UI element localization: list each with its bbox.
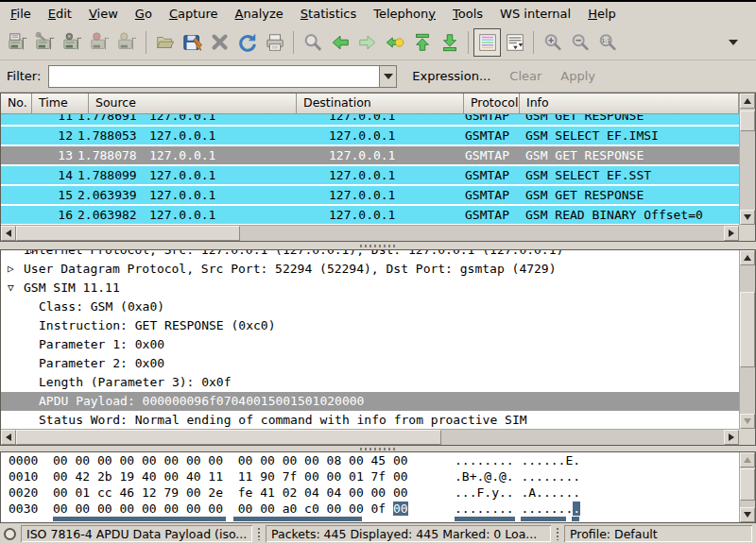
scroll-left-button[interactable] [1,430,16,445]
packet-row-11-clipped[interactable]: 11 1.778691 127.0.0.1 127.0.0.1 GSMTAP G… [1,114,739,125]
scroll-down-button[interactable] [740,507,755,522]
capture-stop-button[interactable] [86,28,113,57]
scroll-thumb[interactable] [16,226,240,241]
tree-item-parameter-2[interactable]: Parameter 2: 0x00 [1,354,739,373]
expression-button[interactable]: Expression... [408,66,494,86]
menu-edit[interactable]: Edit [40,5,80,23]
tree-item-udp[interactable]: ▷User Datagram Protocol, Src Port: 52294… [1,260,739,279]
menu-analyze[interactable]: Analyze [227,5,292,23]
tree-item-gsm-sim[interactable]: ▽GSM SIM 11.11 [1,279,739,298]
go-to-top-button[interactable] [408,28,436,57]
column-header-source[interactable]: Source [89,94,297,114]
packet-row-13-selected[interactable]: 13 1.788078 127.0.0.1 127.0.0.1 GSMTAP G… [1,146,739,164]
expander-icon[interactable]: ▷ [8,260,21,279]
column-header-info[interactable]: Info [520,94,739,114]
hex-vscrollbar[interactable] [739,452,755,522]
tree-item-length[interactable]: Length (Parameter 3): 0x0f [1,373,739,392]
scroll-up-button[interactable] [740,250,755,265]
zoom-normal-button[interactable]: 1:1 [593,28,621,57]
reload-button[interactable] [233,28,261,57]
pane-splitter[interactable] [0,242,756,249]
scroll-down-button[interactable] [740,414,755,429]
menu-telephony[interactable]: Telephony [365,5,444,23]
cell-info: GSM GET RESPONSE [525,146,644,164]
menu-help[interactable]: Help [579,5,625,23]
menu-capture[interactable]: Capture [161,5,227,23]
arrow-up-icon [744,255,751,261]
scroll-thumb[interactable] [740,292,755,367]
scroll-right-button[interactable] [724,430,739,445]
column-header-protocol[interactable]: Protocol [464,94,520,114]
go-forward-button[interactable] [353,28,381,57]
scroll-thumb[interactable] [740,110,755,131]
scroll-up-button[interactable] [740,452,755,468]
toolbar-overflow-button[interactable] [719,28,747,57]
tree-item-class[interactable]: Class: GSM (0xa0) [1,298,739,316]
close-file-button[interactable] [206,28,233,57]
packet-list-hscrollbar[interactable] [1,225,739,241]
menu-view[interactable]: View [80,5,127,23]
print-button[interactable] [261,28,288,57]
hex-row-0020[interactable]: 0020 00 01 cc 46 12 79 00 2e fe 41 02 04… [1,484,739,501]
column-header-destination[interactable]: Destination [297,94,464,114]
expander-icon[interactable]: ▷ [30,250,43,260]
cell-protocol: GSMTAP [465,146,509,164]
status-profile: Profile: Default [564,525,752,542]
hex-offset: 0000 [9,452,38,468]
find-packet-button[interactable] [299,28,326,57]
scroll-left-button[interactable] [1,226,16,241]
capture-restart-icon [117,32,138,53]
menu-statistics[interactable]: Statistics [292,5,365,23]
packet-row-15[interactable]: 15 2.063939 127.0.0.1 127.0.0.1 GSMTAP G… [1,186,739,204]
go-to-bottom-button[interactable] [436,28,463,57]
hex-field-highlight [233,517,362,521]
list-interfaces-button[interactable] [4,28,31,57]
auto-scroll-button[interactable] [501,28,528,57]
menu-ws-internal[interactable]: WS internal [491,5,579,23]
scroll-up-button[interactable] [740,94,755,109]
capture-options-button[interactable] [31,28,59,57]
hex-row-0000[interactable]: 0000 00 00 00 00 00 00 00 00 00 00 00 00… [1,452,739,468]
hex-row-0010[interactable]: 0010 00 42 2b 19 40 00 40 11 11 90 7f 00… [1,468,739,484]
go-to-packet-button[interactable] [381,28,408,57]
zoom-in-button[interactable] [539,28,566,57]
scroll-down-button[interactable] [740,210,755,225]
packet-list-vscrollbar[interactable] [739,94,755,225]
apply-button[interactable]: Apply [557,66,599,86]
expert-info-icon[interactable] [4,528,16,540]
tree-item-status-word[interactable]: Status Word: Normal ending of command wi… [1,411,739,429]
clear-button[interactable]: Clear [506,66,545,86]
tree-item-parameter-1[interactable]: Parameter 1: 0x00 [1,335,739,354]
colorize-button[interactable] [473,28,501,57]
column-header-no[interactable]: No. [1,94,32,114]
filter-input[interactable] [48,65,379,88]
tree-item-instruction[interactable]: Instruction: GET RESPONSE (0xc0) [1,316,739,335]
scroll-right-button[interactable] [724,226,739,241]
packet-row-12[interactable]: 12 1.788053 127.0.0.1 127.0.0.1 GSMTAP G… [1,127,739,144]
filter-dropdown-button[interactable] [379,65,397,88]
tree-item-apdu-payload-selected[interactable]: APDU Payload: 000000096f0704001500150102… [1,392,739,411]
packet-row-14[interactable]: 14 1.788099 127.0.0.1 127.0.0.1 GSMTAP G… [1,166,739,184]
tree-item-ip-clipped[interactable]: ▷Internet Protocol, Src: 127.0.0.1 (127.… [1,250,739,260]
go-back-button[interactable] [326,28,353,57]
cell-source: 127.0.0.1 [149,127,215,144]
hex-selected-ascii[interactable]: . [573,502,580,516]
hex-row-0030[interactable]: 0030 00 00 00 00 00 00 00 00 00 00 a0 c0… [1,501,739,517]
open-file-button[interactable] [151,28,179,57]
column-header-time[interactable]: Time [32,94,89,114]
save-file-button[interactable] [179,28,206,57]
menu-go[interactable]: Go [127,5,161,23]
menu-tools[interactable]: Tools [444,5,491,23]
details-hscrollbar[interactable] [1,429,739,445]
scroll-thumb[interactable] [740,468,755,501]
scroll-thumb[interactable] [16,430,441,445]
expander-icon[interactable]: ▽ [8,279,21,298]
menu-file[interactable]: File [2,5,40,23]
packet-row-16[interactable]: 16 2.063982 127.0.0.1 127.0.0.1 GSMTAP G… [1,206,739,224]
hex-selected-byte[interactable]: 00 [393,502,408,516]
zoom-out-button[interactable] [566,28,593,57]
details-vscrollbar[interactable] [739,250,755,429]
capture-start-button[interactable] [59,28,86,57]
capture-restart-button[interactable] [113,28,141,57]
cell-time: 1.788078 [77,146,137,164]
